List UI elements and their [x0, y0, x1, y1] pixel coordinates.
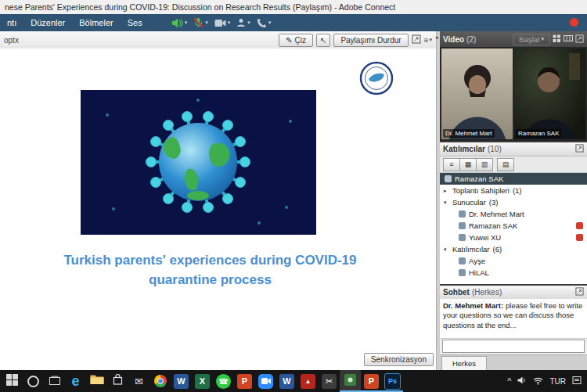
group-count: (3) — [489, 198, 499, 207]
attendee-options-button[interactable]: ▤ — [497, 158, 514, 171]
attendee-status-button[interactable]: ▾ — [236, 18, 250, 27]
start-webcam-button[interactable]: Başlat ▾ — [513, 34, 550, 45]
taskbar-icon-excel[interactable]: X — [192, 370, 213, 392]
pointer-icon: ↖ — [320, 35, 326, 45]
adobe-connect-icon — [344, 374, 356, 389]
recording-indicator — [570, 18, 578, 27]
chevron-down-icon[interactable]: ▾ — [185, 20, 188, 26]
participant-group-hosts[interactable]: ▸ Toplantı Sahipleri (1) — [440, 185, 587, 196]
taskbar-icon-whatsapp[interactable]: ☎ — [213, 370, 234, 392]
grid-view-button[interactable]: ▦ — [459, 158, 477, 171]
phone-button[interactable]: ▾ — [257, 18, 272, 28]
start-webcam-label: Başlat — [519, 35, 539, 44]
chevron-down-icon[interactable]: ▾ — [247, 20, 250, 26]
menu-meeting[interactable]: ntı — [0, 14, 23, 31]
network-icon[interactable] — [533, 376, 543, 387]
draw-button-label: Çiz — [295, 35, 306, 45]
participant-group-participants[interactable]: ▾ Katılımcılar (6) — [440, 243, 587, 255]
taskbar-icon-powerpoint[interactable]: P — [234, 370, 255, 392]
stop-sharing-button[interactable]: Paylaşımı Durdur — [333, 34, 408, 47]
chevron-down-icon: ▾ — [444, 246, 449, 253]
taskbar-icon-zoom[interactable] — [255, 370, 276, 392]
tray-expand-icon[interactable]: ^ — [507, 377, 511, 385]
taskbar-icon-snipping[interactable]: ✂ — [319, 370, 340, 392]
taskbar-icon-chrome[interactable] — [149, 370, 171, 392]
participant-group-presenters[interactable]: ▾ Sunucular (3) — [440, 196, 587, 208]
taskbar-icon-photoshop[interactable]: Ps — [382, 370, 403, 392]
participant-status-icon — [459, 257, 466, 264]
search-icon — [27, 376, 39, 387]
menu-layouts[interactable]: Düzenler — [23, 14, 72, 31]
taskbar-icon-acrobat[interactable]: ▲ — [297, 370, 319, 392]
participant-status-icon — [459, 210, 466, 218]
participant-row[interactable]: Ayşe — [440, 255, 587, 267]
powerpoint-icon: P — [237, 374, 252, 389]
start-button[interactable] — [2, 370, 23, 392]
pod-menu-icon[interactable]: ≡ ▾ — [424, 36, 432, 45]
excel-icon: X — [195, 374, 210, 389]
filmstrip-layout-icon[interactable] — [564, 34, 573, 44]
pencil-icon: ✎ — [286, 35, 292, 45]
speaker-button[interactable]: ▾ — [171, 18, 188, 28]
taskbar-icon-word[interactable]: W — [171, 370, 192, 392]
webcam-button[interactable]: ▾ — [214, 19, 231, 27]
fullscreen-icon[interactable] — [575, 34, 584, 45]
chevron-down-icon[interactable]: ▾ — [228, 20, 231, 26]
task-view-button[interactable] — [44, 370, 65, 392]
fullscreen-icon[interactable] — [575, 144, 584, 154]
task-view-icon — [49, 374, 60, 388]
slide-title: Turkish parents' experiences during COVI… — [14, 250, 406, 290]
participant-name: Yuwei XU — [469, 233, 501, 242]
taskbar-search-button[interactable] — [23, 370, 44, 392]
participant-row-selected[interactable]: Ramazan SAK — [440, 173, 587, 185]
collapse-left-icon[interactable]: ◂ — [435, 34, 438, 41]
window-title: nese Parents' Experiences during COVID-1… — [5, 2, 395, 12]
fullscreen-icon[interactable] — [412, 34, 421, 45]
chat-tab-everyone[interactable]: Herkes — [441, 356, 487, 370]
participant-row[interactable]: Ramazan SAK — [440, 220, 587, 232]
photoshop-icon: Ps — [384, 373, 401, 390]
taskbar-icon-file-explorer[interactable] — [86, 370, 107, 392]
audio-video-toolbar: ▾ ▾ ▾ ▾ ▾ — [171, 17, 272, 28]
action-center-icon[interactable] — [572, 376, 582, 387]
chat-input[interactable] — [442, 340, 585, 353]
draw-button[interactable]: ✎ Çiz — [279, 34, 313, 47]
menu-pods[interactable]: Bölmeler — [72, 14, 120, 31]
participants-pod: Katılımcılar (10) ≡ ▦ ▥ ▤ Ramazan SAK — [440, 142, 587, 284]
taskbar-icon-store[interactable] — [107, 370, 128, 392]
chevron-down-icon: ▾ — [429, 37, 432, 43]
video-feed[interactable]: Dr. Mehmet Mart — [441, 49, 513, 139]
volume-icon[interactable] — [517, 376, 527, 386]
list-view-button[interactable]: ≡ — [443, 158, 460, 171]
language-indicator[interactable]: TUR — [549, 377, 566, 386]
chat-pod-scope: (Herkes) — [472, 288, 502, 297]
video-feed[interactable]: Ramazan SAK — [514, 49, 585, 139]
taskbar-icon-mail[interactable]: ✉ — [128, 370, 149, 392]
taskbar-icon-powerpoint-2[interactable]: P — [361, 370, 382, 392]
video-pod-title: Video — [443, 35, 464, 44]
share-pod-header: optx ✎ Çiz ↖ Paylaşımı Durdur ≡ ▾ — [0, 31, 436, 49]
sync-button[interactable]: Senkronizasyon — [364, 353, 434, 366]
pointer-tool-button[interactable]: ↖ — [316, 34, 330, 47]
group-label: Toplantı Sahipleri — [452, 186, 510, 195]
menu-lines-icon: ≡ — [424, 36, 429, 45]
chat-pod-header: Sohbet (Herkes) — [440, 286, 587, 300]
microphone-muted-button[interactable]: ▾ — [193, 17, 208, 28]
participants-pod-header: Katılımcılar (10) — [440, 142, 587, 156]
grid-layout-icon[interactable] — [553, 34, 561, 45]
file-explorer-icon — [90, 374, 104, 388]
fullscreen-icon[interactable] — [575, 287, 584, 297]
chevron-down-icon[interactable]: ▾ — [268, 20, 272, 26]
menu-audio[interactable]: Ses — [121, 14, 149, 31]
word-icon: W — [279, 374, 294, 389]
chat-message-area: Dr. Mehmet Mart:please feel free to writ… — [440, 299, 587, 339]
status-view-button[interactable]: ▥ — [476, 158, 493, 171]
taskbar-icon-edge[interactable]: e — [65, 370, 86, 392]
participant-status-icon — [459, 269, 466, 276]
participant-row[interactable]: Yuwei XU — [440, 232, 587, 243]
participant-row[interactable]: Dr. Mehmet Mart — [440, 208, 587, 220]
participant-row[interactable]: HiLAL — [440, 267, 587, 279]
taskbar-icon-word-2[interactable]: W — [276, 370, 297, 392]
taskbar-icon-adobe-connect[interactable] — [340, 370, 361, 392]
chevron-down-icon[interactable]: ▾ — [205, 20, 208, 26]
